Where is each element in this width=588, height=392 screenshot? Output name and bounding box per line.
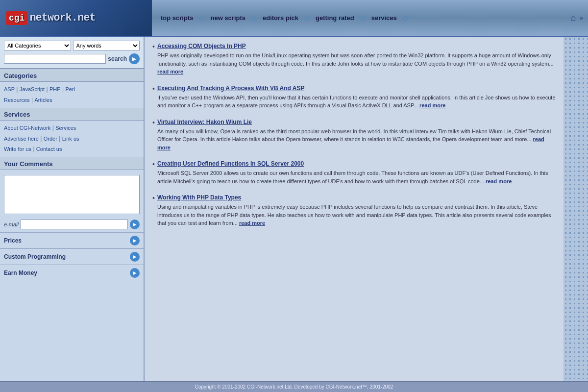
- link-about[interactable]: About CGI-Network: [4, 125, 50, 131]
- link-resources[interactable]: Resources: [4, 97, 30, 103]
- article-title-2[interactable]: Virtual Interview: Hakon Wium Lie: [157, 119, 556, 125]
- article-title-1[interactable]: Executing And Tracking A Process With VB…: [157, 85, 556, 92]
- home-icon[interactable]: ⌂: [566, 11, 580, 25]
- nav-diamond-1: ◇: [199, 14, 204, 22]
- search-row: search ►: [4, 53, 140, 64]
- link-contactus[interactable]: Contact us: [36, 146, 62, 152]
- article-item-4: Working With PHP Data Types Using and ma…: [152, 194, 556, 227]
- prices-arrow[interactable]: ►: [130, 236, 140, 245]
- category-select[interactable]: All Categories ASP JavaScript PHP Perl: [4, 41, 71, 50]
- email-row: e-mail ►: [4, 220, 140, 229]
- article-item-3: Creating User Defined Functions In SQL S…: [152, 160, 556, 185]
- nav-diamond-3: ◇: [304, 14, 310, 22]
- link-services[interactable]: Services: [55, 125, 76, 131]
- email-label: e-mail: [4, 221, 19, 227]
- nav-editors-pick[interactable]: editors pick: [259, 12, 302, 24]
- link-linkus[interactable]: Link us: [62, 136, 79, 142]
- search-input[interactable]: [4, 54, 106, 64]
- services-heading: Services: [0, 108, 144, 121]
- read-more-4[interactable]: read more: [239, 220, 265, 226]
- categories-links: ASP | JavaScript | PHP | Perl Resources …: [0, 82, 144, 108]
- article-title-4[interactable]: Working With PHP Data Types: [157, 194, 556, 201]
- article-desc-3: Microsoft SQL Server 2000 allows us to c…: [157, 169, 556, 185]
- logo-text: network.net: [29, 12, 95, 24]
- custom-programming-arrow[interactable]: ►: [130, 252, 140, 262]
- nav-new-scripts[interactable]: new scripts: [206, 12, 249, 24]
- link-asp[interactable]: ASP: [4, 86, 15, 92]
- main-content: All Categories ASP JavaScript PHP Perl A…: [0, 37, 588, 381]
- read-more-3[interactable]: read more: [486, 178, 512, 184]
- email-input[interactable]: [21, 220, 128, 229]
- logo-cgi: cgi: [6, 11, 27, 25]
- link-articles[interactable]: Articles: [34, 97, 52, 103]
- nav-diamond-4: ◇: [360, 14, 366, 22]
- link-perl[interactable]: Perl: [65, 86, 75, 92]
- article-desc-1: If you've ever used the Windows API, the…: [157, 94, 556, 110]
- earn-money-arrow[interactable]: ►: [130, 268, 140, 278]
- article-desc-0: PHP was originally developed to run on t…: [157, 51, 556, 76]
- comments-heading: Your Comments: [0, 157, 144, 170]
- prices-label: Prices: [4, 237, 22, 244]
- articles-area: Accessing COM Objects In PHP PHP was ori…: [145, 37, 564, 381]
- sidebar: All Categories ASP JavaScript PHP Perl A…: [0, 37, 145, 381]
- page-wrapper: cgi network.net top scripts ◇ new script…: [0, 0, 588, 392]
- search-label: search: [108, 55, 127, 62]
- link-javascript[interactable]: JavaScript: [20, 86, 45, 92]
- article-desc-4: Using and manipulating variables in PHP …: [157, 203, 556, 227]
- link-order[interactable]: Order: [44, 136, 57, 142]
- link-php[interactable]: PHP: [49, 86, 61, 92]
- article-item-2: Virtual Interview: Hakon Wium Lie As man…: [152, 119, 556, 152]
- search-button[interactable]: ►: [129, 53, 140, 64]
- link-advertise[interactable]: Advertise here: [4, 136, 39, 142]
- comments-section: e-mail ►: [0, 170, 144, 233]
- search-dropdowns: All Categories ASP JavaScript PHP Perl A…: [4, 41, 140, 50]
- read-more-0[interactable]: read more: [157, 69, 183, 74]
- earn-money-item[interactable]: Earn Money ►: [0, 265, 144, 281]
- logo-area: cgi network.net: [0, 0, 152, 36]
- article-item-1: Executing And Tracking A Process With VB…: [152, 85, 556, 110]
- article-title-3[interactable]: Creating User Defined Functions In SQL S…: [157, 160, 556, 167]
- nav-area: top scripts ◇ new scripts ◇ editors pick…: [152, 0, 588, 36]
- search-area: All Categories ASP JavaScript PHP Perl A…: [0, 37, 144, 69]
- article-item-0: Accessing COM Objects In PHP PHP was ori…: [152, 43, 556, 76]
- header: cgi network.net top scripts ◇ new script…: [0, 0, 588, 37]
- footer: Copyright © 2001-2002 CGI-Network.net Lt…: [0, 381, 588, 392]
- dot-decoration: [564, 37, 588, 381]
- nav-top-scripts[interactable]: top scripts: [157, 12, 197, 24]
- nav-diamond-2: ◇: [251, 14, 257, 22]
- services-links: About CGI-Network | Services Advertise h…: [0, 121, 144, 157]
- footer-text: Copyright © 2001-2002 CGI-Network.net Lt…: [195, 384, 393, 390]
- custom-programming-item[interactable]: Custom Programming ►: [0, 249, 144, 265]
- comments-textarea[interactable]: [4, 175, 140, 214]
- article-title-0[interactable]: Accessing COM Objects In PHP: [157, 43, 556, 49]
- categories-heading: Categories: [0, 69, 144, 82]
- words-select[interactable]: Any words All words Exact phrase: [73, 41, 140, 50]
- link-writeforus[interactable]: Write for us: [4, 146, 31, 152]
- nav-services[interactable]: services: [368, 12, 401, 24]
- earn-money-label: Earn Money: [4, 270, 37, 276]
- custom-programming-label: Custom Programming: [4, 253, 66, 260]
- read-more-1[interactable]: read more: [419, 102, 445, 108]
- nav-arrows: »: [580, 15, 583, 22]
- email-submit-button[interactable]: ►: [130, 220, 140, 229]
- nav-diamond-5: ◇: [403, 14, 408, 22]
- nav-getting-rated[interactable]: getting rated: [312, 12, 358, 24]
- prices-item[interactable]: Prices ►: [0, 233, 144, 249]
- article-desc-2: As many of you will know, Opera is ranke…: [157, 127, 556, 152]
